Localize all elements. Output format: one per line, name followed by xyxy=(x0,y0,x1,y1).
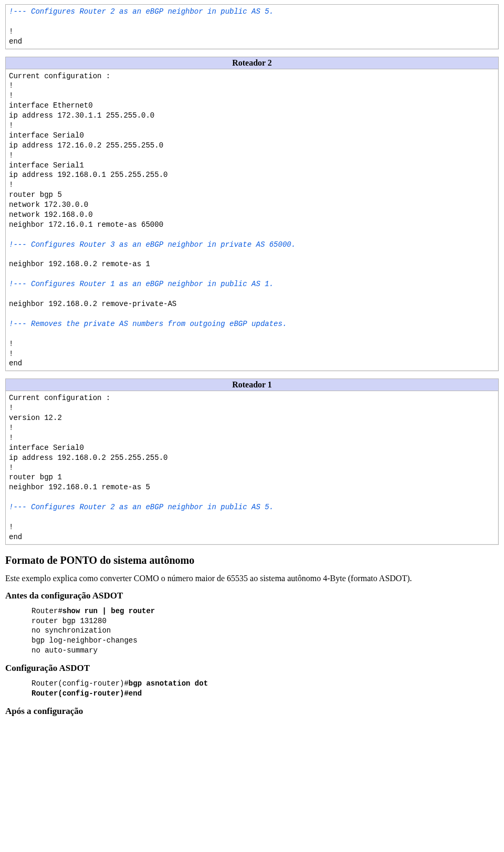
heading-asdot-config: Configuração ASDOT xyxy=(5,663,499,674)
cli-output: router bgp 131280 no synchronization bgp… xyxy=(32,617,138,655)
code-comment: !--- Configures Router 1 as an eBGP neig… xyxy=(9,280,274,288)
cli-block-config: Router(config-router)#bgp asnotation dot… xyxy=(32,679,499,699)
heading-asdot-format: Formato de PONTO do sistema autônomo xyxy=(5,554,499,566)
code-segment: ! ! end xyxy=(9,340,22,368)
code-line: ! xyxy=(9,27,13,36)
code-box-title: Roteador 2 xyxy=(6,57,498,69)
heading-after-config: Após a configuração xyxy=(5,706,499,717)
code-segment: ! end xyxy=(9,523,22,541)
heading-before-asdot: Antes da configuração ASDOT xyxy=(5,591,499,601)
code-segment: Current configuration : ! ! interface Et… xyxy=(9,72,167,229)
code-box-roteador-1: Roteador 1 Current configuration : ! ver… xyxy=(5,378,499,544)
cli-prompt: Router(config-router)# xyxy=(32,679,129,688)
code-segment: neighbor 192.168.0.2 remove-private-AS xyxy=(9,300,176,308)
cli-prompt: Router# xyxy=(32,607,62,615)
code-line: end xyxy=(9,37,22,46)
code-box-title: Roteador 1 xyxy=(6,379,498,391)
code-comment: !--- Configures Router 2 as an eBGP neig… xyxy=(9,7,274,16)
code-box-top-body: !--- Configures Router 2 as an eBGP neig… xyxy=(6,5,498,49)
code-box-body: Current configuration : ! version 12.2 !… xyxy=(6,391,498,544)
paragraph-asdot-intro: Este exemplo explica como converter COMO… xyxy=(5,574,499,583)
code-comment: !--- Configures Router 2 as an eBGP neig… xyxy=(9,503,274,511)
code-comment: !--- Configures Router 3 as an eBGP neig… xyxy=(9,240,296,249)
code-box-roteador-2: Roteador 2 Current configuration : ! ! i… xyxy=(5,57,499,372)
code-box-top: !--- Configures Router 2 as an eBGP neig… xyxy=(5,4,499,49)
cli-line: Router(config-router)#end xyxy=(32,689,142,698)
cli-command: show run | beg router xyxy=(62,607,155,615)
code-comment: !--- Removes the private AS numbers from… xyxy=(9,320,287,328)
cli-command: bgp asnotation dot xyxy=(129,679,208,688)
cli-block-before: Router#show run | beg router router bgp … xyxy=(32,606,499,656)
code-box-body: Current configuration : ! ! interface Et… xyxy=(6,69,498,371)
code-segment: neighbor 192.168.0.2 remote-as 1 xyxy=(9,260,150,268)
code-segment: Current configuration : ! version 12.2 !… xyxy=(9,394,167,491)
